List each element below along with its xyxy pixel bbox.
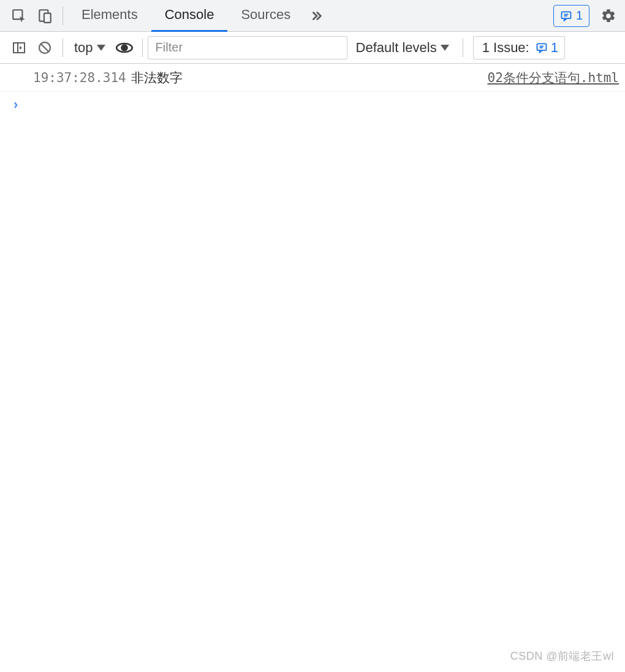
levels-label: Default levels [356,40,437,56]
messages-count: 1 [576,9,583,23]
issues-icon [536,42,548,54]
svg-rect-6 [13,43,25,53]
svg-rect-2 [44,13,51,22]
messages-badge[interactable]: 1 [553,5,589,27]
divider [463,39,463,57]
svg-rect-12 [537,43,546,50]
divider [63,7,63,25]
watermark: CSDN @前端老王wl [510,649,614,663]
live-expression-icon[interactable] [112,35,137,61]
console-body: 19:37:28.314 非法数字 02条件分支语句.html › [0,64,625,118]
prompt-caret-icon: › [13,97,18,113]
svg-line-9 [41,44,48,51]
filter-input[interactable] [148,36,347,59]
more-tabs-icon[interactable] [304,3,328,29]
console-toolbar: top Default levels 1 Issue: 1 [0,32,625,64]
clear-console-icon[interactable] [32,35,58,61]
context-select[interactable]: top [68,40,112,56]
issues-count: 1 [551,40,558,56]
log-source-link[interactable]: 02条件分支语句.html [487,69,619,86]
divider [142,39,143,57]
issues-label: 1 Issue: [482,40,529,56]
console-prompt[interactable]: › [0,92,625,118]
toggle-sidebar-icon[interactable] [6,35,32,61]
tab-console[interactable]: Console [151,0,228,32]
svg-point-10 [121,44,128,51]
context-label: top [74,40,93,56]
issues-button[interactable]: 1 Issue: 1 [473,36,565,59]
chevron-down-icon [97,45,105,51]
device-toggle-icon[interactable] [32,3,58,29]
devtools-tabs-bar: Elements Console Sources 1 [0,0,625,32]
svg-rect-3 [561,12,570,18]
log-levels-select[interactable]: Default levels [347,40,458,56]
settings-icon[interactable] [596,3,621,29]
inspect-icon[interactable] [6,3,32,29]
divider [63,39,63,57]
tab-elements[interactable]: Elements [68,0,151,32]
log-message: 非法数字 [131,69,183,86]
log-row[interactable]: 19:37:28.314 非法数字 02条件分支语句.html [0,64,625,92]
log-timestamp: 19:37:28.314 [33,70,126,85]
tab-sources[interactable]: Sources [227,0,304,32]
chevron-down-icon [441,45,449,51]
